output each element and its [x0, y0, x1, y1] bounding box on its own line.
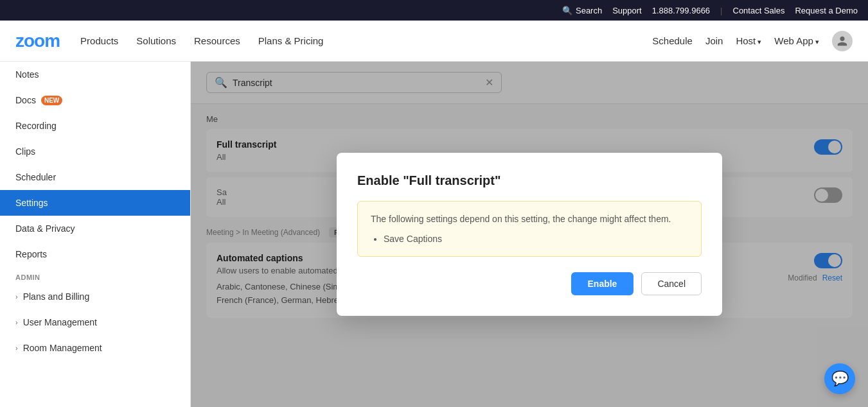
main-layout: Notes Docs NEW Recording Clips Scheduler…	[0, 62, 868, 407]
sidebar-item-settings[interactable]: Settings	[0, 190, 190, 216]
nav-bar: zoom Products Solutions Resources Plans …	[0, 21, 868, 62]
sidebar-item-recording[interactable]: Recording	[0, 113, 190, 139]
nav-resources[interactable]: Resources	[194, 35, 240, 46]
sidebar-item-room-management[interactable]: › Room Management	[0, 335, 190, 361]
top-bar: 🔍 Search Support 1.888.799.9666 | Contac…	[0, 0, 868, 21]
chevron-icon: ›	[15, 344, 18, 352]
sidebar-label-recording: Recording	[15, 121, 57, 131]
sidebar-item-notes[interactable]: Notes	[0, 62, 190, 87]
nav-join[interactable]: Join	[705, 35, 723, 46]
sidebar-label-clips: Clips	[15, 146, 35, 157]
sidebar-item-user-management[interactable]: › User Management	[0, 309, 190, 335]
chevron-icon: ›	[15, 293, 18, 300]
modal-dialog: Enable "Full transcript" The following s…	[337, 153, 722, 316]
nav-solutions[interactable]: Solutions	[136, 35, 176, 46]
nav-host[interactable]: Host	[736, 35, 761, 46]
support-link[interactable]: Support	[612, 6, 642, 15]
content-area: 🔍 ✕ Me Full transcript All Sa All	[191, 62, 868, 407]
sidebar-label-docs: Docs	[15, 95, 36, 105]
modal-title: Enable "Full transcript"	[357, 173, 702, 188]
enable-button[interactable]: Enable	[571, 272, 634, 295]
nav-right: Schedule Join Host Web App	[652, 31, 853, 51]
sidebar-label-settings: Settings	[15, 198, 48, 208]
modal-overlay: Enable "Full transcript" The following s…	[191, 62, 868, 407]
admin-section-header: ADMIN	[0, 267, 190, 284]
cancel-button[interactable]: Cancel	[641, 272, 702, 295]
modal-warning-box: The following settings depend on this se…	[357, 201, 702, 257]
chat-button[interactable]: 💬	[824, 363, 855, 394]
nav-schedule[interactable]: Schedule	[652, 35, 693, 46]
top-search-label[interactable]: Search	[576, 6, 602, 15]
sidebar-label-room-management: Room Management	[23, 343, 102, 353]
contact-sales-link[interactable]: Contact Sales	[733, 6, 785, 15]
request-demo-link[interactable]: Request a Demo	[795, 6, 858, 15]
sidebar-label-reports: Reports	[15, 249, 47, 259]
top-search-button[interactable]: 🔍 Search	[562, 6, 602, 15]
sidebar-label-notes: Notes	[15, 69, 39, 80]
sidebar-item-scheduler[interactable]: Scheduler	[0, 164, 190, 190]
sidebar: Notes Docs NEW Recording Clips Scheduler…	[0, 62, 191, 407]
sidebar-label-plans-billing: Plans and Billing	[23, 291, 90, 302]
sidebar-item-reports[interactable]: Reports	[0, 241, 190, 267]
sidebar-item-plans-billing[interactable]: › Plans and Billing	[0, 284, 190, 309]
chevron-icon: ›	[15, 318, 18, 326]
sidebar-item-clips[interactable]: Clips	[0, 139, 190, 164]
zoom-logo[interactable]: zoom	[15, 31, 60, 51]
nav-products[interactable]: Products	[80, 35, 118, 46]
nav-links: Products Solutions Resources Plans & Pri…	[80, 35, 632, 46]
docs-new-badge: NEW	[41, 96, 62, 105]
sidebar-label-data-privacy: Data & Privacy	[15, 223, 75, 234]
user-avatar[interactable]	[832, 31, 853, 51]
modal-dependent-setting: Save Captions	[384, 232, 688, 246]
sidebar-item-docs[interactable]: Docs NEW	[0, 87, 190, 113]
modal-actions: Enable Cancel	[357, 272, 702, 295]
nav-plans-pricing[interactable]: Plans & Pricing	[258, 35, 324, 46]
search-icon: 🔍	[562, 6, 572, 15]
chat-icon: 💬	[831, 370, 849, 387]
modal-warning-text: The following settings depend on this se…	[371, 214, 671, 224]
phone-number: 1.888.799.9666	[652, 6, 710, 15]
sidebar-label-user-management: User Management	[23, 317, 97, 327]
nav-webapp[interactable]: Web App	[774, 35, 819, 46]
sidebar-item-data-privacy[interactable]: Data & Privacy	[0, 216, 190, 241]
sidebar-label-scheduler: Scheduler	[15, 172, 56, 182]
